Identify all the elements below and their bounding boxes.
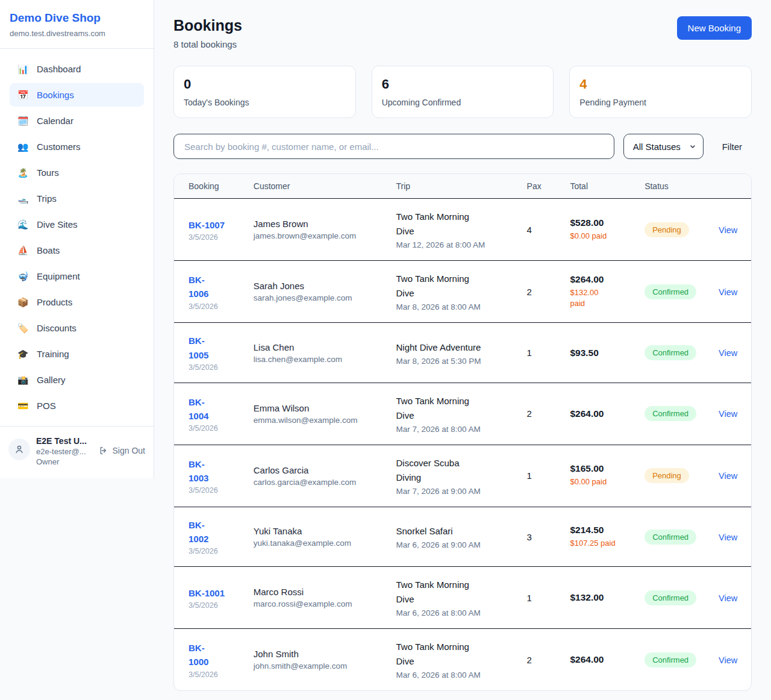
trip-datetime: Mar 6, 2026 at 8:00 AM [396,608,512,617]
booking-link[interactable]: BK- 1003 [189,457,208,486]
page-subtitle: 8 total bookings [173,39,242,49]
calendar-icon: 🗓️ [17,114,29,127]
sidebar-item-label: Tours [37,166,59,179]
sidebar-item-label: Discounts [37,322,76,334]
trip-name: Two Tank Morning Dive [396,272,512,301]
sidebar-item-label: POS [37,399,56,412]
view-booking-link[interactable]: View [719,348,737,358]
view-booking-link[interactable]: View [719,593,737,603]
customer-email: carlos.garcia@example.com [254,478,382,487]
sidebar-item-discounts[interactable]: 🏷️ Discounts [10,316,144,340]
trip-name: Two Tank Morning Dive [396,640,512,669]
booking-link[interactable]: BK- 1002 [189,518,208,546]
paid-amount: $132.00 paid [570,287,630,310]
view-booking-link[interactable]: View [719,533,737,542]
motorboat-icon: 🛥️ [17,192,29,205]
sidebar-nav: 📊 Dashboard 📅 Bookings 🗓️ Calendar 👥 Cus… [0,49,154,426]
view-booking-link[interactable]: View [719,655,737,665]
booking-link[interactable]: BK-1007 [189,218,225,232]
sidebar-item-label: Gallery [37,373,66,386]
view-booking-link[interactable]: View [719,409,737,419]
booking-link[interactable]: BK- 1005 [189,334,208,362]
sidebar-item-bookings[interactable]: 📅 Bookings [10,83,144,107]
sidebar-item-tours[interactable]: 🏝️ Tours [10,161,144,184]
sidebar-item-gallery[interactable]: 📸 Gallery [10,368,144,392]
sidebar-item-label: Bookings [37,89,74,101]
sidebar-item-label: Training [37,348,69,360]
sidebar-item-equipment[interactable]: 🤿 Equipment [10,264,144,288]
sidebar-item-label: Trips [37,192,57,205]
page-title: Bookings [173,16,242,34]
sidebar-item-label: Products [37,296,72,308]
stat-value: 4 [579,77,741,92]
sidebar-item-label: Calendar [37,114,73,127]
view-booking-link[interactable]: View [719,471,737,481]
status-badge: Confirmed [645,345,696,360]
sidebar-item-products[interactable]: 📦 Products [10,290,144,314]
sign-out-button[interactable]: Sign Out [99,446,145,455]
stat-label: Pending Payment [579,98,741,107]
booking-link[interactable]: BK- 1006 [189,273,208,301]
customer-name: Carlos Garcia [254,465,382,475]
total-amount: $93.50 [570,348,630,358]
trip-name: Snorkel Safari [396,524,512,539]
sidebar-item-trips[interactable]: 🛥️ Trips [10,187,144,210]
sidebar-brand: Demo Dive Shop demo.test.divestreams.com [0,0,154,49]
sidebar-item-dashboard[interactable]: 📊 Dashboard [10,57,144,81]
filter-button[interactable]: Filter [713,142,752,152]
status-select[interactable]: All Statuses [623,134,704,159]
col-booking: Booking [174,174,246,199]
trip-name: Discover Scuba Diving [396,456,512,485]
customer-email: sarah.jones@example.com [254,293,382,302]
table-row: BK- 1003 3/5/2026 Carlos Garcia carlos.g… [174,445,751,507]
stat-label: Today's Bookings [184,98,346,107]
sidebar-item-label: Equipment [37,270,80,283]
col-total: Total [563,174,637,199]
sidebar-item-pos[interactable]: 💳 POS [10,394,144,417]
booking-date: 3/5/2026 [189,670,239,679]
sidebar-item-training[interactable]: 🎓 Training [10,342,144,366]
stat-value: 6 [382,77,544,92]
stat-label: Upcoming Confirmed [382,98,544,107]
customer-email: emma.wilson@example.com [254,416,382,425]
booking-link[interactable]: BK- 1000 [189,641,208,669]
avatar [8,439,30,460]
sidebar-item-dive-sites[interactable]: 🌊 Dive Sites [10,213,144,236]
total-amount: $264.00 [570,274,630,285]
booking-link[interactable]: BK-1001 [189,586,225,600]
sidebar-item-customers[interactable]: 👥 Customers [10,135,144,158]
table-row: BK- 1006 3/5/2026 Sarah Jones sarah.jone… [174,261,751,323]
sidebar-item-calendar[interactable]: 🗓️ Calendar [10,109,144,133]
stat-value: 0 [184,77,346,92]
table-row: BK-1001 3/5/2026 Marco Rossi marco.rossi… [174,567,751,629]
status-badge: Pending [645,468,689,483]
status-badge: Confirmed [645,652,696,667]
stat-card: 4 Pending Payment [569,66,752,118]
user-name: E2E Test U... [36,436,87,446]
status-badge: Confirmed [645,530,696,545]
search-input[interactable] [173,134,614,159]
page-header: Bookings 8 total bookings New Booking [173,16,752,49]
main-content: Bookings 8 total bookings New Booking 0 … [154,0,771,700]
trip-datetime: Mar 12, 2026 at 8:00 AM [396,240,512,249]
customer-email: james.brown@example.com [254,231,382,240]
sidebar-item-label: Dive Sites [37,218,78,231]
total-amount: $264.00 [570,654,630,665]
table-body: BK-1007 3/5/2026 James Brown james.brown… [174,199,751,691]
customer-email: john.smith@example.com [254,661,382,670]
view-booking-link[interactable]: View [719,287,737,297]
booking-date: 3/5/2026 [189,601,239,610]
stats-row: 0 Today's Bookings 6 Upcoming Confirmed … [173,66,752,118]
customer-email: yuki.tanaka@example.com [254,539,382,548]
customer-name: Lisa Chen [254,342,382,352]
stat-card: 0 Today's Bookings [173,66,356,118]
view-booking-link[interactable]: View [719,225,737,235]
customers-icon: 👥 [17,140,29,153]
new-booking-button[interactable]: New Booking [677,16,752,40]
paid-amount: $0.00 paid [570,231,630,242]
sidebar-item-boats[interactable]: ⛵ Boats [10,239,144,262]
table-header-row: Booking Customer Trip Pax Total Status [174,174,751,199]
trip-datetime: Mar 8, 2026 at 5:30 PM [396,357,512,366]
booking-link[interactable]: BK- 1004 [189,395,208,423]
sidebar-item-label: Customers [37,140,81,153]
